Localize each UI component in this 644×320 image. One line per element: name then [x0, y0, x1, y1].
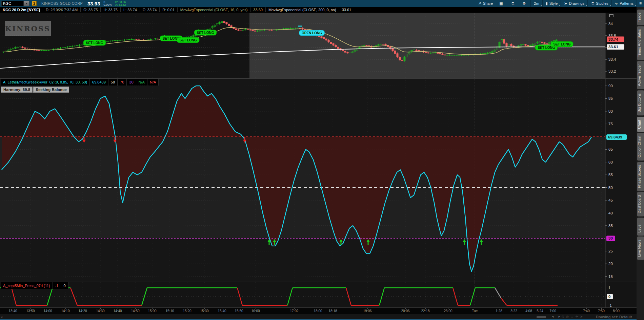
osc-label-segment-1: 69.8439: [90, 79, 108, 86]
patterns-button-label: Patterns: [620, 1, 633, 5]
oscillator-panel[interactable]: 908580756560555045403525201569.843930: [0, 79, 637, 282]
pressure-panel[interactable]: 1-10: [0, 282, 637, 307]
sidebar-tab-option-chain[interactable]: Option Chain: [637, 133, 644, 161]
symbol-watermark: KINROSS: [5, 21, 51, 36]
sidebar-tab-times-and-sales[interactable]: Times And Sales: [637, 26, 644, 60]
time-label: 15:10: [165, 309, 174, 313]
time-label: 18:00: [314, 309, 322, 313]
svg-text:33.4: 33.4: [608, 57, 616, 61]
time-label: 15:40: [218, 309, 226, 313]
alert-count-badge[interactable]: 2: [32, 1, 37, 6]
share-icon: ↗: [478, 1, 481, 6]
svg-text:85: 85: [608, 96, 613, 100]
sidebar-tab-active-trader[interactable]: Active Trader: [637, 61, 644, 89]
sidebar-tab-dashboard[interactable]: Dashboard: [637, 192, 644, 217]
harmony-chips: Harmony: 69.8Seeking Balance: [1, 87, 70, 93]
header-segment-9: MovAvgExponential (CLOSE, 200, 0, no): [266, 7, 339, 12]
calendar-icon: ▦: [499, 1, 503, 6]
time-label: 1:28: [496, 309, 502, 313]
time-label: 22:18: [421, 309, 429, 313]
restore-panel-icon[interactable]: [609, 14, 613, 17]
time-label: 5:24: [537, 309, 543, 313]
panel-divider[interactable]: [0, 282, 637, 282]
set-long-bubble-2: SET LONG: [177, 37, 199, 43]
oscillator-study-label[interactable]: A_LetheEffectGreeekRiver_02 (9, 0.85, 70…: [1, 79, 159, 86]
drawings-button[interactable]: ➤Drawings: [561, 0, 587, 7]
time-label: 16:00: [251, 309, 260, 313]
svg-text:1: 1: [608, 286, 610, 290]
svg-text:35: 35: [608, 224, 613, 228]
pattern-icon: ∿: [615, 1, 618, 6]
osc-label-segment-0: A_LetheEffectGreeekRiver_02 (9, 0.85, 70…: [1, 79, 90, 86]
time-label: 14:30: [96, 309, 104, 313]
candle-icon: ▮: [546, 1, 548, 6]
header-segment-1: D: 2/10/26 7:32 AM: [43, 7, 81, 12]
sidebar-tab-phase-scores[interactable]: Phase Scores: [637, 162, 644, 191]
share-button-label: Share: [483, 1, 493, 5]
sidebar-tab-live-news[interactable]: Live News: [637, 237, 644, 260]
time-label: 7:50: [598, 309, 604, 313]
set-long-bubble-6: SET LONG: [550, 41, 573, 47]
svg-text:34: 34: [608, 22, 613, 26]
time-label: 23:00: [444, 309, 452, 313]
patterns-button[interactable]: ∿Patterns: [611, 0, 637, 7]
press-label-segment-2: 0: [61, 282, 68, 289]
header-segment-0: KGC 20 D 2m [NYSE]: [0, 7, 43, 12]
svg-text:75: 75: [608, 122, 613, 126]
scrollbar-arrows[interactable]: ◂ ▸: [552, 315, 562, 318]
bid-ask-stack: B: 33.66 A: 33.82: [115, 1, 126, 6]
drawing-set-selector[interactable]: Drawing set: Default: [596, 315, 632, 319]
svg-text:33.61: 33.61: [608, 45, 618, 49]
symbol-input[interactable]: KGC: [1, 1, 24, 6]
analysis-tools-button[interactable]: ⚗: [508, 0, 519, 7]
harmony-chip-1: Seeking Balance: [33, 87, 69, 93]
svg-text:15: 15: [608, 275, 613, 279]
chart-area[interactable]: 3433.833.633.433.233.7433.61 90858075656…: [0, 13, 637, 307]
style-button-label: Style: [549, 1, 558, 5]
time-label: 20:06: [401, 309, 409, 313]
time-axis[interactable]: 13:4013:5014:0014:1014:2014:3014:4014:50…: [0, 307, 637, 314]
chart-header-row: KGC 20 D 2m [NYSE]D: 2/10/26 7:32 AMO: 3…: [0, 7, 637, 13]
time-label: 19:06: [363, 309, 371, 313]
time-label: 18:18: [328, 309, 337, 313]
press-label-segment-0: A_cept5Min_Press_07d (11): [1, 282, 53, 289]
time-label: 14:00: [43, 309, 52, 313]
studies-button[interactable]: ⚗Studies: [587, 0, 611, 7]
set-long-bubble-3: SET LONG: [194, 30, 217, 36]
studies-button-label: Studies: [596, 1, 608, 5]
svg-text:20: 20: [608, 262, 613, 266]
share-button[interactable]: ↗Share: [475, 0, 496, 7]
calendar-button[interactable]: ▦: [496, 0, 507, 7]
time-label: 13:40: [8, 309, 17, 313]
header-segment-3: H: 33.75: [101, 7, 121, 12]
time-label: 15:30: [200, 309, 208, 313]
osc-label-segment-6: N/A: [147, 79, 159, 86]
symbol-group: KGC ▼ 2 KINROSS GOLD CORP 33.93 0 0.00% …: [0, 0, 126, 7]
style-button[interactable]: ▮Style: [542, 0, 561, 7]
set-long-bubble-0: SET LONG: [83, 40, 106, 46]
settings-button[interactable]: ⚙: [519, 0, 530, 7]
tos-chart-window: KGC ▼ 2 KINROSS GOLD CORP 33.93 0 0.00% …: [0, 0, 644, 320]
scroll-left-edge-arrow[interactable]: ◂: [1, 315, 2, 319]
sidebar-tab-chart[interactable]: Chart: [637, 117, 644, 132]
company-name: KINROSS GOLD CORP: [41, 1, 83, 5]
timeframe-button[interactable]: 2m: [530, 0, 542, 7]
pressure-study-label[interactable]: A_cept5Min_Press_07d (11)-10: [1, 282, 68, 289]
sidebar-tab-big-buttons[interactable]: Big Buttons: [637, 90, 644, 115]
sidebar-tab-trade[interactable]: Trade: [637, 10, 644, 25]
top-toolbar: KGC ▼ 2 KINROSS GOLD CORP 33.93 0 0.00% …: [0, 0, 644, 7]
header-segment-5: C: 33.74: [140, 7, 160, 12]
sidebar-menu-icon[interactable]: ≡: [637, 0, 644, 7]
right-sidebar: TradeTimes And SalesActive TraderBig But…: [637, 7, 644, 320]
symbol-dropdown-button[interactable]: ▼: [24, 1, 29, 6]
sidebar-tab-level-ii[interactable]: Level II: [637, 218, 644, 236]
header-segment-6: R: 0.01: [160, 7, 177, 12]
drawings-button-label: Drawings: [569, 1, 584, 5]
osc-label-segment-3: 70: [118, 79, 127, 86]
svg-text:90: 90: [608, 84, 613, 88]
press-label-segment-1: -1: [53, 282, 61, 289]
header-segment-8: 33.69: [250, 7, 266, 12]
time-label: 15:50: [235, 309, 243, 313]
time-label: 14:10: [61, 309, 69, 313]
scrollbar-thumb[interactable]: [537, 316, 546, 318]
